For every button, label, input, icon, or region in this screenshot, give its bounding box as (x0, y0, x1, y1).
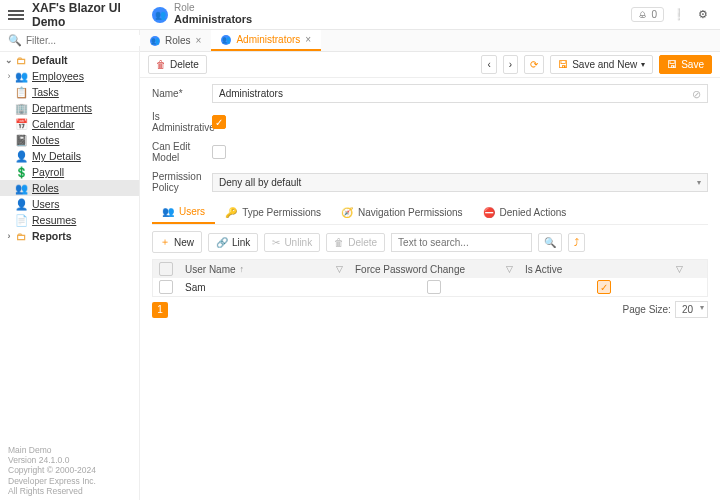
refresh-button[interactable]: ⟳ (524, 55, 544, 74)
col-is-active[interactable]: Is Active▽ (519, 264, 689, 275)
chevron-down-icon: ▾ (697, 178, 701, 187)
save-icon: 🖫 (558, 59, 568, 70)
page-1[interactable]: 1 (152, 302, 168, 318)
col-username[interactable]: User Name↑▽ (179, 264, 349, 275)
search-button[interactable]: 🔍 (538, 233, 562, 252)
save-button[interactable]: 🖫Save (659, 55, 712, 74)
grid-delete-button[interactable]: 🗑Delete (326, 233, 385, 252)
new-button[interactable]: ＋New (152, 231, 202, 253)
sidebar-item-tasks[interactable]: 📋Tasks (0, 84, 139, 100)
link-button[interactable]: 🔗Link (208, 233, 258, 252)
is-admin-checkbox[interactable]: ✓ (212, 115, 226, 129)
tab-administrators[interactable]: 👥Administrators× (211, 30, 321, 51)
folder-icon: 🗀 (14, 230, 28, 242)
export-icon: ⤴ (574, 237, 579, 248)
sidebar-item-calendar[interactable]: 📅Calendar (0, 116, 139, 132)
name-label: Name* (152, 88, 212, 99)
search-icon: 🔍 (544, 237, 556, 248)
sidebar-item-my-details[interactable]: 👤My Details (0, 148, 139, 164)
trash-icon: 🗑 (334, 237, 344, 248)
sidebar-item-users[interactable]: 👤Users (0, 196, 139, 212)
plus-icon: ＋ (160, 235, 170, 249)
unlink-icon: ✂ (272, 237, 280, 248)
policy-select[interactable]: Deny all by default▾ (212, 173, 708, 192)
export-button[interactable]: ⤴ (568, 233, 585, 252)
permissions-icon: 🔑 (225, 207, 237, 218)
sidebar-item-departments[interactable]: 🏢Departments (0, 100, 139, 116)
next-record-button[interactable]: › (503, 55, 518, 74)
tree-node-reports[interactable]: › 🗀 Reports (0, 228, 139, 244)
record-type-label: Role (174, 3, 252, 13)
can-edit-label: Can Edit Model (152, 141, 212, 163)
trash-icon: 🗑 (156, 59, 166, 70)
sidebar-item-payroll[interactable]: 💲Payroll (0, 164, 139, 180)
tab-roles[interactable]: 👥Roles× (140, 30, 211, 51)
chevron-down-icon: ▾ (641, 60, 645, 69)
can-edit-checkbox[interactable] (212, 145, 226, 159)
clear-icon[interactable]: ⊘ (692, 87, 701, 100)
sidebar-item-employees[interactable]: ›👥Employees (0, 68, 139, 84)
select-all-checkbox[interactable] (159, 262, 173, 276)
app-title: XAF's Blazor UI Demo (32, 1, 152, 29)
record-title: Administrators (174, 13, 252, 25)
subtab-nav-permissions[interactable]: 🧭Navigation Permissions (331, 201, 473, 224)
notifications-button[interactable]: 🕭0 (631, 7, 664, 22)
menu-toggle-icon[interactable] (8, 8, 24, 22)
settings-gear-icon[interactable]: ⚙ (694, 6, 712, 24)
save-and-new-button[interactable]: 🖫Save and New▾ (550, 55, 653, 74)
sidebar-item-notes[interactable]: 📓Notes (0, 132, 139, 148)
table-row[interactable]: Sam ✓ (153, 278, 707, 296)
folder-icon: 🗀 (14, 54, 28, 66)
users-icon: 👥 (162, 206, 174, 217)
cell-username: Sam (179, 282, 349, 293)
name-input[interactable]: Administrators⊘ (212, 84, 708, 103)
highlight-icon[interactable]: ❕ (670, 6, 688, 24)
filter-input[interactable] (26, 35, 153, 46)
force-pw-checkbox[interactable] (427, 280, 441, 294)
is-admin-label: Is Administrative (152, 111, 212, 133)
filter-icon[interactable]: ▽ (506, 264, 513, 274)
sidebar-search[interactable]: 🔍 (0, 30, 139, 52)
unlink-button[interactable]: ✂Unlink (264, 233, 320, 252)
subtab-users[interactable]: 👥Users (152, 201, 215, 224)
sort-icon[interactable]: ↑ (240, 264, 245, 274)
deny-icon: ⛔ (483, 207, 495, 218)
row-checkbox[interactable] (159, 280, 173, 294)
is-active-checkbox[interactable]: ✓ (597, 280, 611, 294)
refresh-icon: ⟳ (530, 59, 538, 70)
page-size-select[interactable]: 20 (675, 301, 708, 318)
nav-icon: 🧭 (341, 207, 353, 218)
main-tabs: 👥Roles× 👥Administrators× (140, 30, 720, 52)
close-icon[interactable]: × (305, 34, 311, 45)
subtab-denied-actions[interactable]: ⛔Denied Actions (473, 201, 577, 224)
app-footer: Main Demo Version 24.1.0.0 Copyright © 2… (0, 441, 139, 500)
delete-button[interactable]: 🗑Delete (148, 55, 207, 74)
save-icon: 🖫 (667, 59, 677, 70)
policy-label: Permission Policy (152, 171, 212, 193)
close-icon[interactable]: × (196, 35, 202, 46)
sidebar-item-roles[interactable]: 👥Roles (0, 180, 139, 196)
chevron-left-icon: ‹ (487, 59, 490, 70)
page-size-label: Page Size: (623, 304, 671, 315)
record-type-badge: 👥 (152, 7, 168, 23)
chevron-down-icon: ⌄ (4, 55, 14, 65)
grid-search-input[interactable] (391, 233, 532, 252)
chevron-right-icon: › (509, 59, 512, 70)
search-icon: 🔍 (8, 34, 22, 47)
tree-node-default[interactable]: ⌄ 🗀 Default (0, 52, 139, 68)
prev-record-button[interactable]: ‹ (481, 55, 496, 74)
col-force-pw[interactable]: Force Password Change▽ (349, 264, 519, 275)
filter-icon[interactable]: ▽ (676, 264, 683, 274)
chevron-right-icon: › (4, 231, 14, 241)
link-icon: 🔗 (216, 237, 228, 248)
subtab-type-permissions[interactable]: 🔑Type Permissions (215, 201, 331, 224)
sidebar-item-resumes[interactable]: 📄Resumes (0, 212, 139, 228)
filter-icon[interactable]: ▽ (336, 264, 343, 274)
